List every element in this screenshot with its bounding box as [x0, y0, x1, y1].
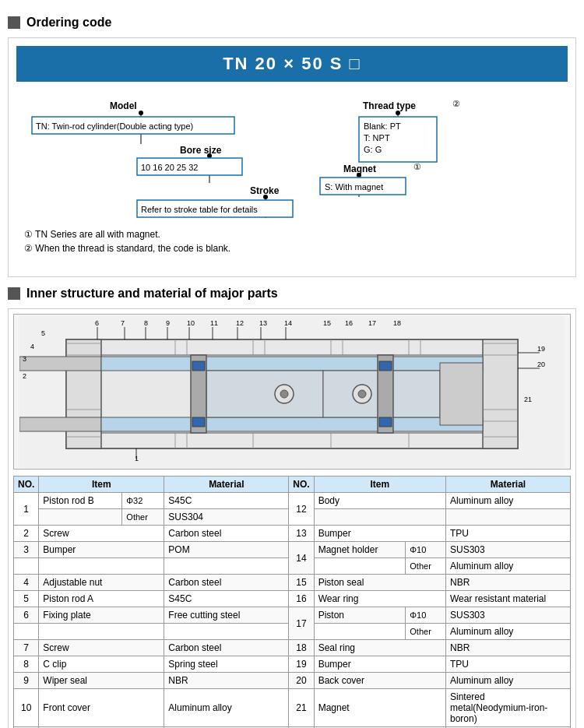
row-item: Adjustable nut — [39, 575, 164, 591]
row-material-right: Wear resistant material — [446, 591, 571, 607]
row-item2 — [39, 509, 122, 526]
row-material-right: TPU — [446, 656, 571, 673]
row-material-right: Aluminum alloy — [446, 673, 571, 689]
row-sub-label-right2: Other — [406, 624, 446, 640]
row-item-right: Magnet holder — [314, 542, 406, 558]
row-no-right: 12 — [289, 493, 314, 526]
svg-text:② When the thread is standard,: ② When the thread is standard, the code … — [24, 243, 230, 254]
svg-text:4: 4 — [30, 343, 34, 350]
row-no: 7 — [14, 640, 39, 656]
col-material-right: Material — [446, 477, 571, 493]
section2-title: Inner structure and material of major pa… — [26, 287, 278, 301]
row-no: 5 — [14, 591, 39, 607]
row-material-right2 — [446, 509, 571, 526]
row-item-right: Bumper — [314, 656, 445, 673]
table-row: 10 Front cover Aluminum alloy 21 Magnet … — [14, 689, 571, 727]
svg-text:Magnet: Magnet — [343, 164, 376, 174]
row-material2 — [164, 624, 289, 640]
row-sub-label: Φ32 — [122, 493, 164, 509]
row-no: 8 — [14, 656, 39, 673]
row-item: Screw — [39, 640, 164, 656]
row-item2 — [39, 558, 164, 575]
svg-text:6: 6 — [95, 319, 99, 327]
svg-text:①: ① — [413, 162, 421, 171]
row-material: Spring steel — [164, 656, 289, 673]
svg-text:Bore size: Bore size — [180, 145, 222, 156]
table-row: 1 Piston rod B Φ32 S45C 12 Body Aluminum… — [14, 493, 571, 509]
section1-title: Ordering code — [26, 16, 111, 30]
structure-diagram: 6 7 8 9 10 11 12 13 14 15 16 17 18 19 20… — [13, 314, 571, 470]
svg-rect-87 — [440, 363, 483, 425]
svg-text:20: 20 — [537, 360, 545, 368]
svg-point-86 — [358, 390, 366, 398]
row-item: Front cover — [39, 689, 164, 727]
row-item-right: Back cover — [314, 673, 445, 689]
row-sub-label-right2: Other — [406, 558, 446, 575]
svg-text:① TN Series are all with magne: ① TN Series are all with magnet. — [24, 229, 160, 240]
row-item-right2 — [314, 509, 445, 526]
row-no: 3 — [14, 542, 39, 558]
row-material: Carbon steel — [164, 575, 289, 591]
svg-text:13: 13 — [259, 319, 267, 327]
row-material: Carbon steel — [164, 640, 289, 656]
table-row: 9 Wiper seal NBR 20 Back cover Aluminum … — [14, 673, 571, 689]
svg-text:T: NPT: T: NPT — [364, 133, 390, 142]
row-sub-label2: Other — [122, 509, 164, 526]
ordering-diagram: Model TN: Twin-rod cylinder(Double actin… — [16, 97, 568, 269]
svg-text:19: 19 — [537, 345, 545, 353]
row-item2 — [39, 624, 164, 640]
row-no: 4 — [14, 575, 39, 591]
row-item-right2 — [314, 558, 406, 575]
row-item-right: Piston seal — [314, 575, 445, 591]
svg-text:11: 11 — [210, 319, 218, 327]
section1-icon — [8, 16, 20, 29]
ordering-diagram-svg: Model TN: Twin-rod cylinder(Double actin… — [16, 97, 577, 265]
svg-point-84 — [280, 390, 288, 398]
svg-rect-59 — [66, 339, 101, 448]
diagram-svg: 6 7 8 9 10 11 12 13 14 15 16 17 18 19 20… — [19, 316, 565, 468]
row-material2: SUS304 — [164, 509, 289, 526]
col-item-left: Item — [39, 477, 164, 493]
col-item-right: Item — [314, 477, 445, 493]
row-material: Free cutting steel — [164, 607, 289, 624]
table-row: 6 Fixing plate Free cutting steel 17 Pis… — [14, 607, 571, 624]
table-row: 5 Piston rod A S45C 16 Wear ring Wear re… — [14, 591, 571, 607]
row-item-right2 — [314, 624, 406, 640]
svg-text:1: 1 — [135, 455, 139, 462]
row-item-right: Wear ring — [314, 591, 445, 607]
svg-text:8: 8 — [144, 319, 148, 327]
row-item-right: Seal ring — [314, 640, 445, 656]
svg-text:Blank: PT: Blank: PT — [364, 121, 401, 131]
parts-table: NO. Item Material NO. Item Material 1 Pi… — [13, 476, 571, 728]
svg-rect-79 — [192, 361, 205, 371]
svg-text:18: 18 — [393, 319, 401, 327]
svg-text:Thread type: Thread type — [363, 100, 416, 111]
row-material-right2: Aluminum alloy — [446, 624, 571, 640]
row-no: 9 — [14, 673, 39, 689]
col-no-right: NO. — [289, 477, 314, 493]
col-no-left: NO. — [14, 477, 39, 493]
row-item-right: Piston — [314, 607, 406, 624]
row-item-right: Magnet — [314, 689, 445, 727]
row-no-right: 21 — [289, 689, 314, 727]
ordering-section: TN 20 × 50 S □ Model TN: Twin-rod cylind… — [8, 37, 576, 277]
row-material-right: NBR — [446, 640, 571, 656]
row-item: Fixing plate — [39, 607, 164, 624]
svg-text:S: With magnet: S: With magnet — [325, 182, 383, 192]
section2-icon — [8, 287, 20, 300]
svg-rect-75 — [206, 371, 323, 417]
row-item: Bumper — [39, 542, 164, 558]
row-no2 — [14, 624, 39, 640]
section2-header: Inner structure and material of major pa… — [8, 287, 576, 301]
row-material2 — [164, 558, 289, 575]
table-row: 3 Bumper POM 14 Magnet holder Φ10 SUS303 — [14, 542, 571, 558]
svg-text:G: G: G: G — [364, 145, 382, 154]
table-row: 7 Screw Carbon steel 18 Seal ring NBR — [14, 640, 571, 656]
row-material-right: TPU — [446, 526, 571, 542]
row-sub-label-right: Φ10 — [406, 607, 446, 624]
row-material: POM — [164, 542, 289, 558]
ordering-code-display: TN 20 × 50 S □ — [16, 46, 568, 82]
row-no: 10 — [14, 689, 39, 727]
svg-rect-74 — [101, 417, 483, 431]
row-no: 6 — [14, 607, 39, 624]
